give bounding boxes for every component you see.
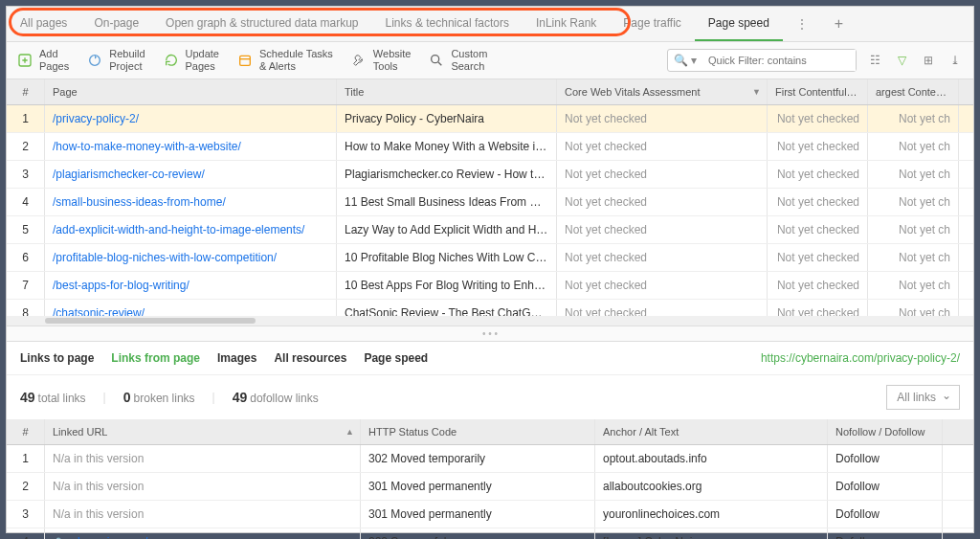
add-pages-button[interactable]: AddPages bbox=[16, 48, 69, 73]
table-row[interactable]: 8/chatsonic-review/ChatSonic Review - Th… bbox=[7, 300, 973, 316]
table-row[interactable]: 6/profitable-blog-niches-with-low-compet… bbox=[7, 244, 973, 272]
table-row[interactable]: 7/best-apps-for-blog-writing/10 Best App… bbox=[7, 272, 973, 300]
bcolumn-status[interactable]: HTTP Status Code bbox=[361, 419, 595, 444]
row-number: 1 bbox=[7, 105, 45, 132]
pane-divider[interactable]: • • • bbox=[7, 326, 973, 342]
page-link[interactable]: /small-business-ideas-from-home/ bbox=[53, 195, 226, 209]
anchor-cell: optout.aboutads.info bbox=[595, 445, 828, 472]
tab-links-technical-factors[interactable]: Links & technical factors bbox=[372, 7, 523, 41]
tab-all-pages[interactable]: All pages bbox=[7, 7, 80, 41]
page-link-cell: /best-apps-for-blog-writing/ bbox=[45, 272, 337, 299]
linked-url[interactable]: cybernaira.com/ bbox=[66, 535, 147, 539]
schedule-tasks-button[interactable]: Schedule Tasks& Alerts bbox=[236, 48, 333, 73]
toolbar: AddPages RebuildProject UpdatePages Sche… bbox=[7, 42, 973, 79]
url-cell: N/a in this version bbox=[45, 473, 361, 500]
tab-page-traffic[interactable]: Page traffic bbox=[610, 7, 694, 41]
row-number: 4 bbox=[7, 189, 45, 215]
main-tabs-bar: All pagesOn-pageOpen graph & structured … bbox=[7, 7, 973, 42]
table-row[interactable]: 2N/a in this version301 Moved permanentl… bbox=[7, 473, 973, 501]
bcolumn-url[interactable]: Linked URL▲ bbox=[45, 419, 361, 444]
column-fcp[interactable]: First Contentful Paint (F... bbox=[768, 79, 868, 104]
bcolumn-anchor[interactable]: Anchor / Alt Text bbox=[595, 419, 828, 444]
horizontal-scrollbar[interactable] bbox=[7, 316, 973, 326]
tab-on-page[interactable]: On-page bbox=[80, 7, 152, 41]
sub-tabs-bar: Links to pageLinks from pageImagesAll re… bbox=[7, 342, 973, 375]
tab-page-speed[interactable]: Page speed bbox=[695, 7, 783, 41]
table-row[interactable]: 4🔒cybernaira.com/200 Successful[Image] C… bbox=[7, 528, 973, 539]
bottom-table-header: # Linked URL▲ HTTP Status Code Anchor / … bbox=[7, 419, 973, 445]
detail-url-link[interactable]: https://cybernaira.com/privacy-policy-2/ bbox=[761, 351, 960, 365]
sub-tab-images[interactable]: Images bbox=[217, 351, 256, 365]
follow-cell: Dofollow bbox=[828, 501, 943, 528]
lcp-cell: Not yet ch bbox=[868, 189, 959, 215]
table-row[interactable]: 3N/a in this version301 Moved permanentl… bbox=[7, 501, 973, 528]
export-icon[interactable]: ⤓ bbox=[947, 52, 964, 69]
sub-tab-page-speed[interactable]: Page speed bbox=[364, 351, 428, 365]
column-lcp[interactable]: argest Contentful P bbox=[868, 79, 959, 104]
quick-filter[interactable]: 🔍 ▾ bbox=[667, 49, 857, 72]
column-title[interactable]: Title bbox=[337, 79, 557, 104]
tab-add-button[interactable]: + bbox=[821, 8, 857, 40]
page-link-cell: /chatsonic-review/ bbox=[45, 300, 337, 316]
fcp-cell: Not yet checked bbox=[768, 272, 868, 299]
page-link[interactable]: /chatsonic-review/ bbox=[53, 306, 145, 316]
custom-search-button[interactable]: CustomSearch bbox=[428, 48, 487, 73]
links-filter-select[interactable]: All links bbox=[886, 385, 960, 410]
title-cell: Lazy Way to Add Explicit Width and Heigh… bbox=[337, 216, 557, 243]
cwv-cell: Not yet checked bbox=[557, 161, 768, 188]
title-cell: Plagiarismchecker.co Review - How to Wri… bbox=[337, 161, 557, 188]
page-link[interactable]: /how-to-make-money-with-a-website/ bbox=[53, 140, 241, 153]
tab-open-graph-structured-data-markup[interactable]: Open graph & structured data markup bbox=[152, 7, 371, 41]
search-icon bbox=[428, 52, 445, 69]
page-link[interactable]: /best-apps-for-blog-writing/ bbox=[53, 279, 189, 292]
page-link-cell: /how-to-make-money-with-a-website/ bbox=[45, 133, 337, 160]
bcolumn-number[interactable]: # bbox=[7, 419, 45, 444]
quick-filter-input[interactable] bbox=[702, 50, 856, 71]
table-row[interactable]: 2/how-to-make-money-with-a-website/How t… bbox=[7, 133, 973, 161]
column-page[interactable]: Page bbox=[45, 79, 337, 104]
website-tools-button[interactable]: WebsiteTools bbox=[350, 48, 412, 73]
status-cell: 301 Moved permanently bbox=[361, 473, 595, 500]
fcp-cell: Not yet checked bbox=[768, 189, 868, 215]
page-link[interactable]: /add-explicit-width-and-height-to-image-… bbox=[53, 223, 304, 236]
table-row[interactable]: 5/add-explicit-width-and-height-to-image… bbox=[7, 216, 973, 244]
table-row[interactable]: 1N/a in this version302 Moved temporaril… bbox=[7, 445, 973, 473]
update-pages-button[interactable]: UpdatePages bbox=[163, 48, 219, 73]
status-cell: 200 Successful bbox=[361, 528, 595, 539]
url-cell: N/a in this version bbox=[45, 501, 361, 528]
column-cwv[interactable]: Core Web Vitals Assessment▼ bbox=[557, 79, 768, 104]
lcp-cell: Not yet ch bbox=[868, 133, 959, 160]
sub-tab-all-resources[interactable]: All resources bbox=[274, 351, 346, 365]
fcp-cell: Not yet checked bbox=[768, 216, 868, 243]
bcolumn-follow[interactable]: Nofollow / Dofollow bbox=[828, 419, 943, 444]
page-link[interactable]: /plagiarismchecker-co-review/ bbox=[53, 168, 205, 181]
row-number: 8 bbox=[7, 300, 45, 316]
stats-bar: 49total links | 0broken links | 49dofoll… bbox=[7, 375, 973, 419]
rebuild-project-button[interactable]: RebuildProject bbox=[86, 48, 145, 73]
row-number: 5 bbox=[7, 216, 45, 243]
table-row[interactable]: 4/small-business-ideas-from-home/11 Best… bbox=[7, 189, 973, 216]
lcp-cell: Not yet ch bbox=[868, 105, 959, 132]
url-cell: N/a in this version bbox=[45, 445, 361, 472]
table-row[interactable]: 3/plagiarismchecker-co-review/Plagiarism… bbox=[7, 161, 973, 189]
tab-more-icon[interactable]: ⋮ bbox=[783, 8, 821, 40]
tab-inlink-rank[interactable]: InLink Rank bbox=[523, 7, 610, 41]
page-link[interactable]: /privacy-policy-2/ bbox=[53, 112, 139, 125]
row-number: 1 bbox=[7, 445, 45, 472]
sub-tab-links-from-page[interactable]: Links from page bbox=[111, 351, 200, 365]
table-row[interactable]: 1/privacy-policy-2/Privacy Policy - Cybe… bbox=[7, 105, 973, 133]
follow-cell: Dofollow bbox=[828, 473, 943, 500]
page-link[interactable]: /profitable-blog-niches-with-low-competi… bbox=[53, 251, 277, 264]
grid-icon[interactable]: ⊞ bbox=[920, 52, 937, 69]
column-number[interactable]: # bbox=[7, 79, 45, 104]
page-link-cell: /add-explicit-width-and-height-to-image-… bbox=[45, 216, 337, 243]
list-view-icon[interactable]: ☷ bbox=[866, 52, 883, 69]
title-cell: 10 Profitable Blog Niches With Low Compe… bbox=[337, 244, 557, 271]
follow-cell: Dofollow bbox=[828, 528, 943, 539]
svg-point-3 bbox=[432, 56, 439, 63]
status-cell: 302 Moved temporarily bbox=[361, 445, 595, 472]
cwv-cell: Not yet checked bbox=[557, 133, 768, 160]
title-cell: Privacy Policy - CyberNaira bbox=[337, 105, 557, 132]
filter-icon[interactable]: ▽ bbox=[893, 52, 910, 69]
sub-tab-links-to-page[interactable]: Links to page bbox=[20, 351, 94, 365]
